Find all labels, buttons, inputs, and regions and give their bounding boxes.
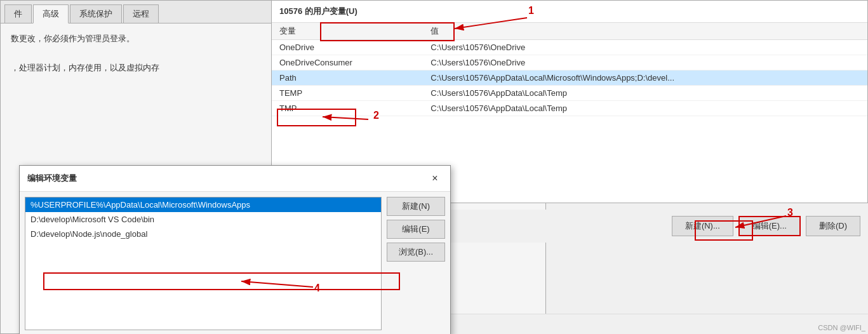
dialog-title: 编辑环境变量	[27, 173, 77, 184]
col-header-var: 变量	[272, 23, 423, 40]
dialog-side-buttons: 新建(N)编辑(E)浏览(B)...	[387, 192, 450, 334]
val-cell: C:\Users\10576\AppData\Local\Temp	[423, 101, 867, 116]
col-header-val: 值	[423, 23, 867, 40]
table-row[interactable]: OneDriveC:\Users\10576\OneDrive	[272, 40, 867, 55]
var-cell: OneDrive	[272, 40, 423, 55]
table-row[interactable]: TMPC:\Users\10576\AppData\Local\Temp	[272, 101, 867, 116]
delete-btn[interactable]: 删除(D)	[806, 216, 860, 236]
tab-item[interactable]: 件	[4, 4, 32, 23]
var-cell: OneDriveConsumer	[272, 55, 423, 70]
var-cell: TMP	[272, 101, 423, 116]
dialog-side-btn[interactable]: 新建(N)	[387, 197, 445, 216]
env-table: 变量 值 OneDriveC:\Users\10576\OneDriveOneD…	[272, 23, 867, 116]
dialog-body: %USERPROFILE%\AppData\Local\Microsoft\Wi…	[20, 192, 450, 334]
tab-advanced[interactable]: 高级	[33, 4, 69, 23]
dialog-side-btn[interactable]: 编辑(E)	[387, 220, 445, 239]
csdn-watermark: CSDN @WIFI_	[818, 324, 865, 331]
tab-remote[interactable]: 远程	[123, 4, 159, 23]
dialog-list[interactable]: %USERPROFILE%\AppData\Local\Microsoft\Wi…	[25, 197, 382, 330]
dialog-list-item[interactable]: %USERPROFILE%\AppData\Local\Microsoft\Wi…	[25, 197, 381, 212]
dialog-side-btn[interactable]: 浏览(B)...	[387, 243, 445, 262]
val-cell: C:\Users\10576\AppData\Local\Temp	[423, 86, 867, 101]
table-row[interactable]: TEMPC:\Users\10576\AppData\Local\Temp	[272, 86, 867, 101]
tab-protection[interactable]: 系统保护	[70, 4, 122, 23]
var-cell: Path	[272, 70, 423, 86]
val-cell: C:\Users\10576\AppData\Local\Microsoft\W…	[423, 70, 867, 86]
val-cell: C:\Users\10576\OneDrive	[423, 40, 867, 55]
table-row[interactable]: OneDriveConsumerC:\Users\10576\OneDrive	[272, 55, 867, 70]
var-cell: TEMP	[272, 86, 423, 101]
dialog-titlebar: 编辑环境变量 ×	[20, 166, 450, 192]
dialog-list-item[interactable]: D:\develop\Node.js\node_global	[25, 227, 381, 241]
val-cell: C:\Users\10576\OneDrive	[423, 55, 867, 70]
new-btn[interactable]: 新建(N)...	[672, 216, 733, 236]
env-panel-title: 10576 的用户变量(U)	[272, 1, 867, 23]
dialog-list-item[interactable]: D:\develop\Microsoft VS Code\bin	[25, 212, 381, 227]
edit-btn[interactable]: 编辑(E)...	[738, 216, 801, 236]
edit-dialog: 编辑环境变量 × %USERPROFILE%\AppData\Local\Mic…	[19, 165, 451, 334]
dialog-close-button[interactable]: ×	[427, 171, 443, 186]
table-row[interactable]: PathC:\Users\10576\AppData\Local\Microso…	[272, 70, 867, 86]
